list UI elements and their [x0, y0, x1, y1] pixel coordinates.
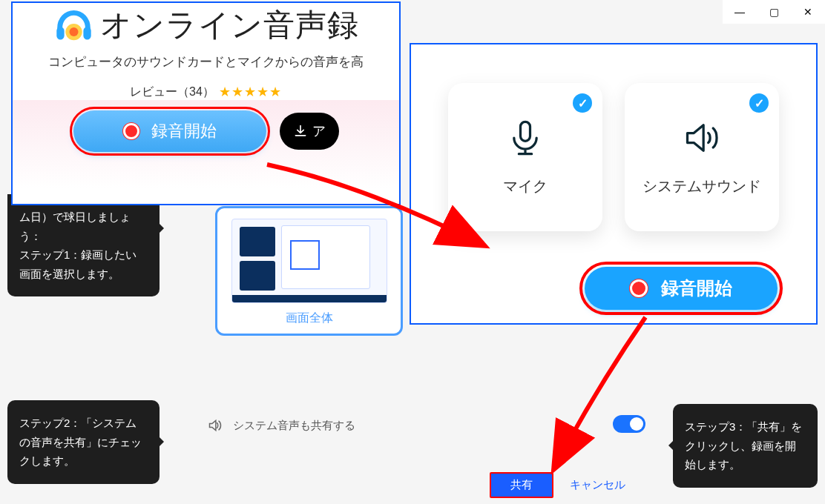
check-icon: ✓ — [573, 93, 592, 113]
svg-point-3 — [69, 27, 78, 36]
mic-icon — [506, 119, 545, 157]
minimize-button[interactable]: — — [723, 0, 757, 24]
tip-step3: ステップ3：「共有」をクリックし、録画を開始します。 — [673, 404, 818, 488]
download-label: ア — [312, 122, 326, 140]
check-icon: ✓ — [749, 93, 769, 113]
card-system-sound[interactable]: ✓ システムサウンド — [625, 83, 779, 231]
record-dot-icon — [123, 123, 139, 139]
volume-icon — [208, 418, 223, 433]
start-record-big-label: 録音開始 — [661, 276, 732, 300]
review-label: レビュー（34） — [130, 84, 214, 100]
start-record-big-button[interactable]: 録音開始 — [585, 267, 778, 310]
stars-icon: ★★★★★ — [219, 84, 282, 100]
fullscreen-label: 画面全体 — [217, 311, 401, 326]
speaker-icon — [683, 119, 721, 157]
record-dot-icon — [630, 279, 648, 297]
subtitle: コンピュータのサウンドカードとマイクからの音声を高 — [48, 53, 364, 70]
maximize-button[interactable]: ▢ — [757, 0, 791, 24]
tip-step1: ム日）で球日しましょう： ステップ1：録画したい画面を選択します。 — [7, 194, 160, 296]
arrow-2 — [542, 311, 660, 482]
download-icon — [293, 124, 308, 139]
svg-rect-0 — [56, 27, 64, 39]
share-system-audio-label: システム音声も共有する — [233, 419, 355, 433]
tip-step1-line2: ステップ1：録画したい画面を選択します。 — [19, 245, 148, 283]
share-system-audio-row: システム音声も共有する — [208, 418, 355, 433]
system-sound-label: システムサウンド — [642, 176, 761, 196]
start-record-button[interactable]: 録音開始 — [73, 110, 266, 152]
tip-step1-line1: ム日）で球日しましょう： — [19, 208, 148, 245]
headphone-record-icon — [53, 5, 94, 46]
start-record-label: 録音開始 — [151, 120, 217, 142]
close-button[interactable]: ✕ — [791, 0, 825, 24]
arrow-1 — [260, 156, 497, 267]
svg-rect-4 — [521, 122, 530, 141]
download-button[interactable]: ア — [280, 113, 339, 150]
tip-step2: ステップ2：「システムの音声を共有」にチェックします。 — [7, 400, 160, 484]
title: オンライン音声録 — [100, 4, 359, 46]
mic-label: マイク — [503, 176, 548, 196]
svg-rect-1 — [83, 27, 91, 39]
